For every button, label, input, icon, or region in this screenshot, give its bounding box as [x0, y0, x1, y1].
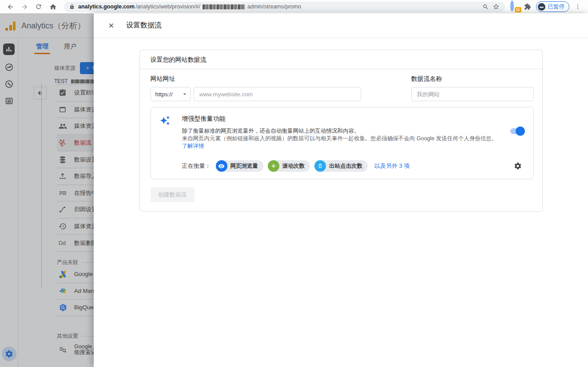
enhanced-measurement-title: 增强型衡量功能: [182, 115, 502, 123]
setup-stream-modal: 设置数据流 设置您的网站数据流 网站网址 https://: [94, 13, 588, 367]
avatar: [538, 3, 545, 11]
scroll-icon: [268, 160, 279, 172]
card-title: 设置您的网站数据流: [140, 50, 542, 69]
modal-header: 设置数据流: [94, 13, 588, 38]
browser-menu-icon[interactable]: [572, 1, 584, 12]
stream-name-input[interactable]: [411, 87, 534, 101]
bookmark-star-icon[interactable]: [493, 3, 500, 10]
enhanced-measurement-panel: 增强型衡量功能 除了衡量标准的网页浏览量外，还会自动衡量网站上的互动情况和内容。…: [151, 107, 534, 179]
chip-page-views: 网页浏览量: [216, 160, 264, 172]
browser-refresh-button[interactable]: [33, 1, 44, 12]
mouse-icon: [314, 160, 326, 172]
search-icon[interactable]: [482, 4, 489, 10]
measuring-row: 正在衡量： 网页浏览量 滚动次数: [182, 160, 524, 172]
profile-paused-button[interactable]: 已暂停: [536, 1, 570, 12]
stream-name-label: 数据流名称: [411, 75, 534, 83]
learn-more-link[interactable]: 了解详情: [182, 143, 204, 149]
measuring-label: 正在衡量：: [182, 162, 211, 170]
extension-badge: 11: [515, 7, 521, 12]
enhanced-description-line1: 除了衡量标准的网页浏览量外，还会自动衡量网站上的互动情况和内容。: [182, 127, 502, 135]
lock-icon: [69, 4, 75, 9]
chip-scrolls: 滚动次数: [268, 160, 310, 172]
more-items-link[interactable]: 以及另外 3 项: [374, 162, 409, 170]
protocol-select[interactable]: https://: [151, 87, 191, 101]
create-stream-button[interactable]: 创建数据流: [151, 187, 195, 202]
address-bar[interactable]: analytics.google.com/analytics/web/provi…: [64, 2, 505, 12]
background-app-region: Analytics（分析） 管理 用户: [0, 13, 94, 367]
enhanced-description-line2: 来自网页内元素（例如链接和嵌入的视频）的数据可以与相关事件一起收集。您必须确保不…: [182, 135, 502, 150]
chevron-down-icon: [181, 91, 188, 98]
sparkle-icon: [160, 115, 182, 150]
extension-loop-icon[interactable]: 11: [510, 2, 519, 11]
close-icon[interactable]: [107, 22, 115, 29]
browser-toolbar: analytics.google.com/analytics/web/provi…: [0, 0, 588, 13]
website-url-label: 网站网址: [151, 75, 361, 83]
eye-icon: [216, 160, 227, 172]
modal-backdrop: [0, 13, 94, 367]
modal-title: 设置数据流: [126, 21, 162, 30]
browser-forward-button[interactable]: [19, 1, 30, 12]
redacted-url-segment: [203, 4, 245, 9]
stream-setup-card: 设置您的网站数据流 网站网址 https://: [139, 50, 543, 212]
url-text: analytics.google.com/analytics/web/provi…: [78, 4, 301, 10]
measurement-settings-gear-icon[interactable]: [514, 162, 522, 170]
extensions-puzzle-icon[interactable]: [522, 1, 533, 12]
chip-outbound-clicks: 出站点击次数: [314, 160, 368, 172]
browser-back-button[interactable]: [4, 1, 16, 12]
enhanced-measurement-toggle[interactable]: [510, 128, 524, 134]
browser-home-button[interactable]: [47, 1, 59, 12]
website-url-input[interactable]: [194, 87, 361, 101]
